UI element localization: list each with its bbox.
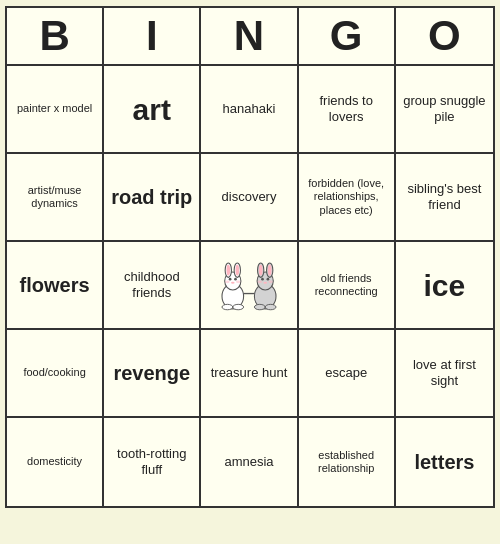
cell-4-3[interactable]: treasure hunt: [201, 330, 298, 418]
header-i: I: [104, 8, 201, 64]
svg-point-17: [267, 278, 270, 281]
svg-point-7: [234, 278, 237, 281]
cell-4-4[interactable]: escape: [299, 330, 396, 418]
svg-point-8: [231, 282, 235, 284]
svg-point-22: [236, 281, 241, 284]
svg-point-20: [268, 281, 273, 284]
cell-5-5[interactable]: letters: [396, 418, 493, 506]
svg-point-5: [235, 265, 239, 276]
header-n: N: [201, 8, 298, 64]
cell-4-2[interactable]: revenge: [104, 330, 201, 418]
cell-1-4[interactable]: friends to lovers: [299, 66, 396, 154]
svg-point-19: [258, 281, 263, 284]
cell-2-1[interactable]: artist/muse dynamics: [7, 154, 104, 242]
cell-5-4[interactable]: established relationship: [299, 418, 396, 506]
cell-2-3[interactable]: discovery: [201, 154, 298, 242]
cell-3-4[interactable]: old friends reconnecting: [299, 242, 396, 330]
bunny-illustration: [213, 255, 285, 315]
cell-1-2[interactable]: art: [104, 66, 201, 154]
cell-3-5[interactable]: ice: [396, 242, 493, 330]
header-g: G: [299, 8, 396, 64]
svg-point-23: [222, 304, 233, 309]
cell-1-3[interactable]: hanahaki: [201, 66, 298, 154]
cell-3-1[interactable]: flowers: [7, 242, 104, 330]
svg-point-25: [254, 304, 265, 309]
cell-2-4[interactable]: forbidden (love, relationships, places e…: [299, 154, 396, 242]
svg-point-18: [263, 282, 267, 284]
cell-1-5[interactable]: group snuggle pile: [396, 66, 493, 154]
cell-4-1[interactable]: food/cooking: [7, 330, 104, 418]
cell-2-2[interactable]: road trip: [104, 154, 201, 242]
cell-3-3-center[interactable]: [201, 242, 298, 330]
svg-point-24: [233, 304, 244, 309]
svg-point-21: [225, 281, 230, 284]
header-o: O: [396, 8, 493, 64]
svg-point-6: [229, 278, 232, 281]
cell-5-1[interactable]: domesticity: [7, 418, 104, 506]
bingo-header: B I N G O: [7, 8, 493, 66]
svg-point-13: [259, 265, 263, 276]
cell-5-3[interactable]: amnesia: [201, 418, 298, 506]
bingo-grid: painter x model art hanahaki friends to …: [7, 66, 493, 506]
svg-point-26: [265, 304, 276, 309]
cell-5-2[interactable]: tooth-rotting fluff: [104, 418, 201, 506]
header-b: B: [7, 8, 104, 64]
cell-4-5[interactable]: love at first sight: [396, 330, 493, 418]
cell-1-1[interactable]: painter x model: [7, 66, 104, 154]
svg-point-3: [226, 265, 230, 276]
svg-point-16: [261, 278, 264, 281]
cell-2-5[interactable]: sibling's best friend: [396, 154, 493, 242]
cell-3-2[interactable]: childhood friends: [104, 242, 201, 330]
bingo-card: B I N G O painter x model art hanahaki f…: [5, 6, 495, 508]
svg-point-15: [268, 265, 272, 276]
